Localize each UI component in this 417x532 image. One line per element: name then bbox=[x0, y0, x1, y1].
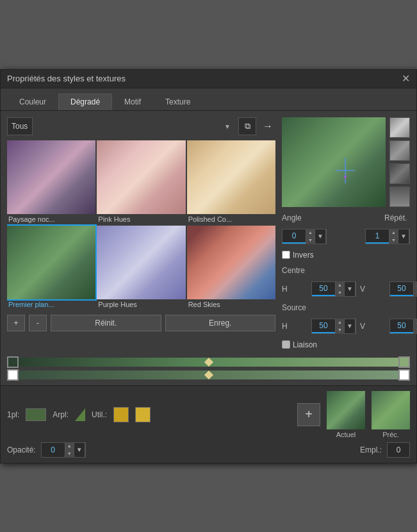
add-large-button[interactable]: + bbox=[297, 403, 320, 426]
angle-repet-inputs: ▲ ▼ ▼ ▲ ▼ ▼ bbox=[282, 229, 410, 244]
swatch-item-selected[interactable]: Premier plan... bbox=[7, 226, 95, 310]
angle-spin: ▲ ▼ bbox=[306, 229, 315, 244]
opacite-input[interactable] bbox=[42, 443, 65, 457]
centre-h-dropdown[interactable]: ▼ bbox=[344, 281, 356, 297]
remove-swatch-button[interactable]: - bbox=[29, 315, 47, 331]
opacite-down[interactable]: ▼ bbox=[65, 450, 74, 458]
arrow-right-btn[interactable]: → bbox=[260, 119, 275, 133]
swatch-preview bbox=[97, 226, 185, 299]
opacity-row: Opacité: ▲ ▼ ▼ Empl.: bbox=[7, 442, 410, 458]
angle-input[interactable] bbox=[282, 229, 306, 244]
gradient-stop-right-top[interactable] bbox=[398, 356, 410, 368]
swatch-label: Pink Hues bbox=[97, 214, 185, 224]
opacite-up[interactable]: ▲ bbox=[65, 442, 74, 450]
source-v-input[interactable] bbox=[390, 319, 413, 333]
swatch-item[interactable]: Pink Hues bbox=[97, 140, 185, 224]
swatch-item[interactable]: Red Skies bbox=[187, 226, 275, 310]
swatch-action-buttons: + - Réinit. Enreg. bbox=[7, 315, 275, 331]
ipl-color-chip[interactable] bbox=[26, 408, 46, 421]
util-swatch-1[interactable] bbox=[113, 407, 129, 422]
source-h-spin: ▲ ▼ bbox=[335, 319, 344, 334]
swatch-item[interactable]: Polished Co... bbox=[187, 140, 275, 224]
centre-h-down[interactable]: ▼ bbox=[335, 289, 344, 297]
tabs-row: Couleur Dégradé Motif Texture bbox=[1, 88, 416, 111]
liaison-row: Liaison bbox=[282, 340, 410, 349]
gradient-track-top[interactable] bbox=[19, 358, 398, 367]
centre-v-down[interactable]: ▼ bbox=[413, 289, 417, 297]
preview-thumbs bbox=[389, 117, 410, 207]
invers-checkbox[interactable] bbox=[282, 251, 290, 259]
angle-down[interactable]: ▼ bbox=[306, 237, 315, 244]
util-swatch-2[interactable] bbox=[135, 407, 151, 422]
source-h-up[interactable]: ▲ bbox=[335, 319, 344, 326]
title-bar: Propriétés des styles et textures ✕ bbox=[1, 70, 416, 88]
source-h-wrap: ▲ ▼ ▼ bbox=[311, 319, 356, 334]
reset-button[interactable]: Réinit. bbox=[51, 315, 161, 331]
source-h-down[interactable]: ▼ bbox=[335, 326, 344, 334]
source-v-down[interactable]: ▼ bbox=[413, 326, 417, 334]
centre-h-input[interactable] bbox=[312, 282, 335, 296]
centre-v-up[interactable]: ▲ bbox=[413, 281, 417, 289]
angle-dropdown[interactable]: ▼ bbox=[315, 229, 326, 244]
invers-label: Invers bbox=[293, 251, 314, 260]
dialog-title: Propriétés des styles et textures bbox=[7, 74, 126, 83]
svg-marker-2 bbox=[343, 176, 347, 180]
prec-label: Préc. bbox=[372, 431, 410, 438]
add-swatch-button[interactable]: + bbox=[7, 315, 25, 331]
centre-v-input[interactable] bbox=[390, 282, 413, 296]
source-h-dropdown[interactable]: ▼ bbox=[344, 319, 356, 334]
repet-input-wrap: ▲ ▼ ▼ bbox=[365, 229, 410, 244]
source-v-spin: ▲ ▼ bbox=[413, 319, 417, 334]
repet-down[interactable]: ▼ bbox=[389, 237, 398, 244]
empl-input[interactable] bbox=[387, 442, 410, 458]
right-panel: Angle Répét. ▲ ▼ ▼ ▲ bbox=[282, 117, 410, 349]
copy-icon-btn[interactable]: ⧉ bbox=[238, 117, 256, 135]
centre-v-spin: ▲ ▼ bbox=[413, 281, 417, 297]
source-h-input[interactable] bbox=[312, 319, 335, 333]
save-button[interactable]: Enreg. bbox=[165, 315, 276, 331]
source-v-wrap: ▲ ▼ ▼ bbox=[389, 319, 417, 334]
repet-input[interactable] bbox=[366, 229, 389, 244]
tab-couleur[interactable]: Couleur bbox=[7, 94, 58, 110]
bottom-row-1: 1pl: Arpl: Util.: + Actuel Préc. bbox=[7, 391, 410, 438]
centre-h-up[interactable]: ▲ bbox=[335, 281, 344, 289]
centre-h-wrap: ▲ ▼ ▼ bbox=[311, 281, 356, 297]
filter-dropdown-wrapper: Tous bbox=[7, 117, 234, 135]
prec-swatch[interactable] bbox=[372, 391, 410, 429]
centre-v-wrap: ▲ ▼ ▼ bbox=[389, 281, 417, 297]
ipl-label: 1pl: bbox=[7, 410, 19, 419]
tab-texture[interactable]: Texture bbox=[153, 94, 202, 110]
liaison-checkbox[interactable] bbox=[282, 340, 290, 349]
thumb-button-4[interactable] bbox=[389, 187, 410, 207]
filter-dropdown[interactable]: Tous bbox=[7, 117, 33, 135]
opacite-input-wrap: ▲ ▼ ▼ bbox=[41, 442, 86, 458]
opacite-dropdown[interactable]: ▼ bbox=[74, 442, 85, 458]
thumb-button-1[interactable] bbox=[389, 117, 410, 138]
arpl-triangle[interactable] bbox=[75, 408, 85, 421]
tab-motif[interactable]: Motif bbox=[112, 94, 153, 110]
main-content: Tous ⧉ → Paysage noc... Pink Hues bbox=[1, 111, 416, 356]
tab-degrade[interactable]: Dégradé bbox=[58, 94, 112, 110]
arpl-label: Arpl: bbox=[53, 410, 69, 419]
centre-h-label: H bbox=[282, 285, 307, 294]
swatch-preview bbox=[187, 226, 275, 299]
angle-up[interactable]: ▲ bbox=[306, 229, 315, 237]
repet-dropdown[interactable]: ▼ bbox=[398, 229, 409, 244]
gradient-slider-top bbox=[7, 356, 410, 369]
swatch-item[interactable]: Paysage noc... bbox=[7, 140, 95, 224]
gradient-track-bottom[interactable] bbox=[19, 370, 398, 379]
swatch-label: Polished Co... bbox=[187, 214, 275, 224]
source-v-up[interactable]: ▲ bbox=[413, 319, 417, 326]
source-inputs: H ▲ ▼ ▼ V ▲ ▼ ▼ bbox=[282, 319, 410, 334]
gradient-preview bbox=[282, 117, 386, 207]
thumb-button-2[interactable] bbox=[389, 140, 410, 161]
actuel-swatch[interactable] bbox=[327, 391, 365, 429]
centre-inputs: H ▲ ▼ ▼ V ▲ ▼ ▼ bbox=[282, 281, 410, 297]
gradient-stop-left-bottom[interactable] bbox=[7, 369, 19, 381]
repet-up[interactable]: ▲ bbox=[389, 229, 398, 237]
close-button[interactable]: ✕ bbox=[402, 74, 410, 84]
gradient-stop-left-top[interactable] bbox=[7, 356, 19, 368]
swatch-item[interactable]: Purple Hues bbox=[97, 226, 185, 310]
thumb-button-3[interactable] bbox=[389, 163, 410, 184]
gradient-stop-right-bottom[interactable] bbox=[398, 369, 410, 381]
